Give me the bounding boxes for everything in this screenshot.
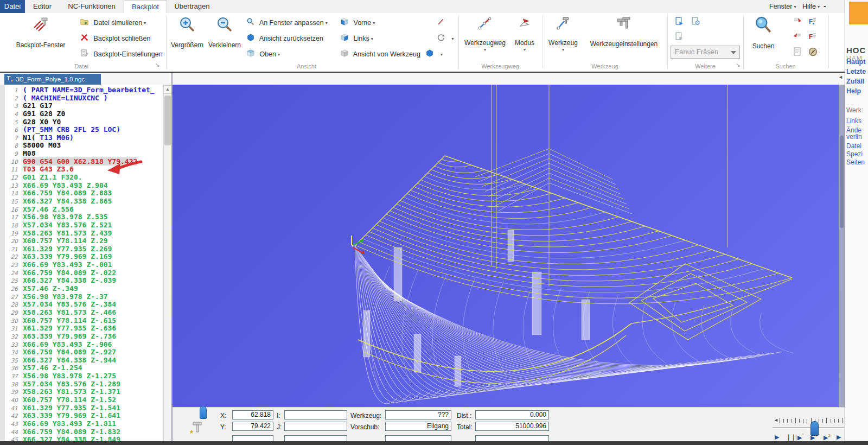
gcode-line-41[interactable]: 41X61.329 Y77.935 Z-1.541 — [0, 404, 163, 412]
datei-simulieren-button[interactable]: Datei simulieren▾ — [80, 17, 146, 29]
gcode-line-37[interactable]: 37X56.98 Y83.978 Z-1.275 — [0, 372, 163, 380]
scrollbar-up-arrow[interactable]: ▲ — [163, 85, 172, 94]
gcode-line-18[interactable]: 18X57.034 Y83.576 Z.521 — [0, 221, 163, 229]
gcode-line-23[interactable]: 23X66.69 Y83.493 Z-.001 — [0, 260, 163, 269]
werkzeug-button[interactable]: Werkzeug ▾ — [546, 14, 580, 69]
gcode-line-26[interactable]: 26X57.46 Z-.349 — [0, 284, 163, 293]
panel-splitter[interactable] — [171, 73, 173, 441]
sidebar-link-3[interactable]: Zufäll — [846, 78, 864, 85]
step-single-button[interactable]: ▶° — [797, 434, 803, 441]
gcode-line-19[interactable]: 19X58.263 Y81.573 Z.439 — [0, 229, 163, 237]
measure-pencil-button[interactable] — [437, 17, 448, 29]
find-next-button[interactable] — [793, 17, 802, 28]
links-button[interactable]: Links▾ — [341, 33, 373, 44]
dist-value-field[interactable]: 0.000 — [475, 410, 549, 419]
sidebar-tool-link-1[interactable]: Links — [846, 117, 861, 125]
export-file-button[interactable] — [675, 16, 684, 28]
gcode-line-32[interactable]: 32X63.339 Y79.969 Z-.736 — [0, 332, 163, 340]
gcode-line-43[interactable]: 43X66.69 Y83.493 Z-1.811 — [0, 419, 163, 428]
gcode-line-24[interactable]: 24X66.759 Y84.089 Z-.022 — [0, 269, 163, 277]
suchen-button[interactable]: Suchen — [748, 14, 779, 69]
rotate-view-button[interactable]: ▾ — [437, 33, 454, 44]
gcode-line-1[interactable]: 1( PART NAME=3D_Form_bearbeitet_ — [0, 86, 163, 94]
gcode-line-15[interactable]: 15X66.327 Y84.338 Z.865 — [0, 197, 163, 205]
step-search-button[interactable]: ▶○ — [810, 434, 818, 441]
ribbon-tab-nc-funktionen[interactable]: NC-Funktionen — [60, 0, 124, 13]
navigate-button[interactable] — [808, 47, 818, 59]
gcode-line-3[interactable]: 3G21 G17 — [0, 101, 163, 110]
sidebar-link-4[interactable]: Help — [846, 87, 861, 95]
play-button[interactable]: ▶ — [775, 434, 779, 441]
gcode-line-33[interactable]: 33X66.69 Y83.493 Z-.906 — [0, 340, 163, 348]
gcode-line-38[interactable]: 38X57.034 Y83.576 Z-1.289 — [0, 380, 163, 388]
viewport-scrollbar-thumb[interactable] — [840, 136, 844, 228]
gcode-line-16[interactable]: 16X57.46 Z.556 — [0, 205, 163, 213]
gcode-line-36[interactable]: 36X57.46 Z-1.254 — [0, 364, 163, 372]
ribbon-tab-datei[interactable]: Datei — [0, 0, 25, 13]
goto-line-button[interactable] — [793, 47, 802, 58]
ansicht-von-werkzeug-button[interactable]: Ansicht von Werkzeug ▾ — [341, 48, 443, 60]
gcode-line-14[interactable]: 14X66.759 Y84.089 Z.883 — [0, 189, 163, 197]
gcode-line-27[interactable]: 27X56.98 Y83.978 Z-.37 — [0, 293, 163, 301]
gcode-line-5[interactable]: 5G28 X0 Y0 — [0, 118, 163, 126]
j-value-field[interactable] — [284, 422, 347, 431]
find-field-button[interactable]: F — [808, 17, 817, 28]
x-value-field[interactable]: 62.818 — [232, 410, 273, 419]
sidebar-link-1[interactable]: Haupt — [846, 58, 865, 66]
gcode-line-9[interactable]: 9M08 — [0, 149, 163, 157]
window-menu-hilfe[interactable]: Hilfe▾ — [802, 0, 820, 13]
viewport-right-scrollbar[interactable] — [839, 85, 845, 407]
backplot-einstellungen-button[interactable]: Backplot-Einstellungen — [80, 48, 163, 60]
gcode-line-6[interactable]: 6(PT_5MM CRB 2FL 25 LOC) — [0, 125, 163, 134]
gcode-line-39[interactable]: 39X58.263 Y81.573 Z-1.371 — [0, 387, 163, 396]
ribbon-tab-editor[interactable]: Editor — [25, 0, 60, 13]
backplot-fenster-button[interactable]: Backplot-Fenster — [4, 14, 77, 69]
slider-left-arrow-icon[interactable]: ◄ — [774, 417, 778, 423]
backplot-3d-viewport[interactable] — [173, 85, 839, 407]
find-field-red-button[interactable]: F — [808, 32, 817, 43]
gcode-line-13[interactable]: 13X66.69 Y83.493 Z.904 — [0, 181, 163, 189]
gcode-line-34[interactable]: 34X66.759 Y84.089 Z-.927 — [0, 348, 163, 356]
step-end-button[interactable]: ▶ — [837, 434, 841, 441]
gcode-line-30[interactable]: 30X60.757 Y78.114 Z-.615 — [0, 316, 163, 325]
gcode-line-35[interactable]: 35X66.327 Y84.338 Z-.944 — [0, 356, 163, 364]
gcode-line-17[interactable]: 17X56.98 Y83.978 Z.535 — [0, 213, 163, 221]
verkleinern-button[interactable]: Verkleinern — [206, 14, 243, 69]
total-value-field[interactable]: 51000.996 — [475, 422, 549, 431]
import-file-button[interactable] — [691, 16, 700, 28]
gcode-line-28[interactable]: 28X57.034 Y83.576 Z-.384 — [0, 300, 163, 308]
werkzeugweg-button[interactable]: Werkzeugweg ▾ — [462, 14, 508, 69]
y-value-field[interactable]: 79.422 — [232, 422, 273, 431]
gcode-line-25[interactable]: 25X66.327 Y84.338 Z-.039 — [0, 276, 163, 284]
gcode-line-2[interactable]: 2( MACHINE=LINUXCNC ) — [0, 94, 163, 102]
gcode-lines[interactable]: 1( PART NAME=3D_Form_bearbeitet_2( MACHI… — [0, 86, 163, 443]
vorne-button[interactable]: Vorne▾ — [341, 17, 375, 29]
step-double-button[interactable]: ▶2 — [824, 434, 830, 441]
vorschub-value-field[interactable]: Eilgang — [385, 422, 451, 431]
machine-type-combobox[interactable]: Fanuc Fräsen — [671, 46, 740, 59]
an-fenster-anpassen-button[interactable]: An Fenster anpassen▾ — [247, 17, 328, 29]
copy-file-button[interactable] — [675, 31, 684, 43]
vergroessern-button[interactable]: Vergrößern — [169, 14, 205, 69]
sidebar-tool-link-6[interactable]: Seiten — [846, 158, 865, 166]
gcode-line-42[interactable]: 42X63.339 Y79.969 Z-1.641 — [0, 411, 163, 419]
gcode-line-7[interactable]: 7N1( T13 M06) — [0, 134, 163, 142]
sidebar-tool-link-4[interactable]: Datei — [846, 142, 861, 150]
file-tab[interactable]: T 3D_Form_Polye_1.0.ngc — [4, 74, 101, 85]
oben-button[interactable]: Oben▾ — [247, 48, 280, 60]
gcode-line-21[interactable]: 21X61.329 Y77.935 Z.269 — [0, 245, 163, 253]
werkzeugeinstellungen-button[interactable]: Werkzeugeinstellungen — [583, 14, 665, 69]
gcode-line-44[interactable]: 44X66.759 Y84.089 Z-1.832 — [0, 428, 163, 436]
gcode-line-29[interactable]: 29X58.263 Y81.573 Z-.466 — [0, 308, 163, 316]
speed-slider-groove[interactable] — [773, 427, 844, 429]
modus-button[interactable]: Modus ▾ — [509, 14, 540, 69]
gcode-line-31[interactable]: 31X61.329 Y77.935 Z-.636 — [0, 324, 163, 332]
gcode-line-20[interactable]: 20X60.757 Y78.114 Z.29 — [0, 237, 163, 245]
sidebar-link-2[interactable]: Letzte — [846, 68, 866, 75]
collapse-panel-icon[interactable]: ◄ — [838, 74, 843, 80]
minimize-ribbon-dash[interactable]: - — [824, 0, 826, 13]
editor-scrollbar-thumb[interactable] — [164, 96, 171, 145]
sidebar-tool-link-5[interactable]: Spezi — [846, 150, 863, 158]
ribbon-tab-übertragen[interactable]: Übertragen — [167, 0, 217, 13]
gcode-line-40[interactable]: 40X60.757 Y78.114 Z-1.52 — [0, 396, 163, 404]
